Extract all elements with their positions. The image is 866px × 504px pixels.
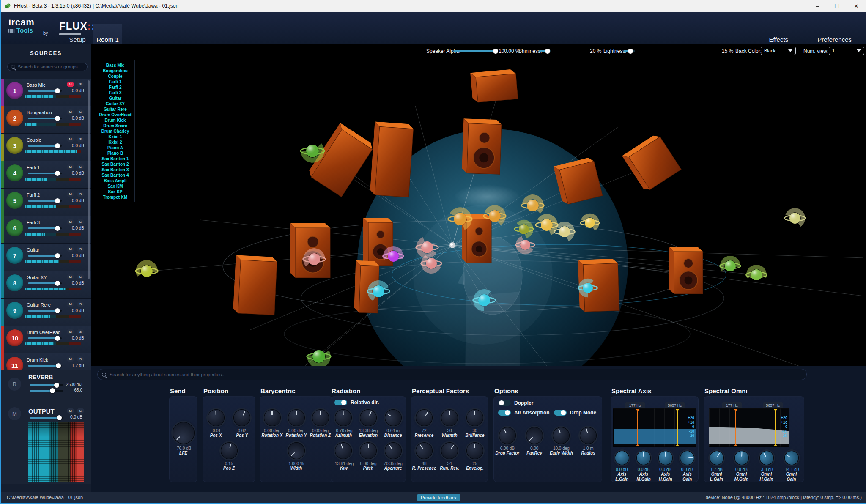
overlay-source-name[interactable]: Sax KM bbox=[96, 184, 134, 189]
options-knob[interactable]: 10.0 deg Early Width bbox=[549, 427, 573, 456]
overlay-source-name[interactable]: Drum OverHead bbox=[96, 112, 134, 118]
gain-slider[interactable] bbox=[28, 90, 62, 92]
overlay-source-name[interactable]: Bass Mic bbox=[96, 63, 134, 68]
options-knob[interactable]: 0.00 PanRev bbox=[523, 427, 546, 456]
overlay-source-name[interactable]: Guitar bbox=[96, 96, 134, 101]
spectral-axis-graph[interactable]: +20+100-10-20 bbox=[613, 408, 696, 447]
overlay-source-name[interactable]: Trompet KM bbox=[96, 194, 134, 200]
solo-button[interactable]: S bbox=[77, 356, 84, 362]
solo-button[interactable]: S bbox=[77, 274, 84, 279]
options-knob[interactable]: 1.0 m Radius bbox=[576, 427, 600, 456]
overlay-source-name[interactable]: Kxixi 1 bbox=[96, 134, 134, 140]
provide-feedback-button[interactable]: Provide feedback bbox=[417, 494, 460, 501]
sources-search[interactable] bbox=[7, 63, 88, 71]
gain-slider[interactable] bbox=[28, 145, 62, 147]
mute-button[interactable]: M bbox=[67, 137, 74, 142]
gain-slider[interactable] bbox=[28, 227, 62, 229]
perceptual-knob[interactable]: 72 Presence bbox=[412, 409, 436, 438]
omni-high-freq-marker[interactable] bbox=[775, 411, 776, 445]
option-toggle[interactable]: Doppler bbox=[498, 400, 553, 406]
spectral-axis-knob[interactable]: 0.0 dB Axis H.Gain bbox=[655, 451, 676, 482]
radiation-knob[interactable]: 0.64 m Distance bbox=[381, 409, 405, 438]
overlay-source-name[interactable]: Farfi 3 bbox=[96, 90, 134, 96]
options-knob[interactable]: 6.00 dB Drop Factor bbox=[496, 427, 519, 456]
perceptual-knob[interactable]: 25 Envelop. bbox=[463, 442, 487, 471]
overlay-source-name[interactable]: Sax Bariton 4 bbox=[96, 173, 134, 178]
gain-slider[interactable] bbox=[28, 365, 62, 367]
sidebar-scrollbar[interactable] bbox=[88, 80, 90, 279]
radiation-knob[interactable]: 0.00 deg Pitch bbox=[356, 442, 380, 471]
source-row[interactable]: 4 Farfi 1 M S 0.0 dB bbox=[1, 161, 91, 188]
mute-button[interactable]: M bbox=[67, 247, 74, 252]
solo-button[interactable]: S bbox=[77, 137, 84, 142]
properties-search-input[interactable] bbox=[110, 372, 802, 377]
source-row[interactable]: 8 Guitar XY M S 0.0 dB bbox=[1, 271, 91, 298]
axis-low-freq-marker[interactable] bbox=[637, 411, 638, 445]
mute-button[interactable]: M bbox=[67, 219, 74, 225]
gain-slider-thumb[interactable] bbox=[55, 281, 60, 286]
spectral-omni-knob[interactable]: -3.8 dB Omni H.Gain bbox=[756, 451, 777, 482]
gain-slider-thumb[interactable] bbox=[55, 171, 60, 176]
overlay-source-name[interactable]: Sax SP bbox=[96, 189, 134, 194]
source-row[interactable]: 7 Guitar M S 0.0 dB bbox=[1, 244, 91, 271]
solo-button[interactable]: S bbox=[77, 247, 84, 252]
mute-button[interactable]: M bbox=[67, 356, 74, 362]
reverb-size-slider[interactable] bbox=[30, 384, 63, 386]
gain-slider[interactable] bbox=[28, 255, 62, 257]
speaker-alpha-slider[interactable] bbox=[453, 50, 496, 52]
solo-button[interactable]: S bbox=[77, 329, 84, 334]
axis-high-freq-marker[interactable] bbox=[677, 411, 678, 445]
gain-slider-thumb[interactable] bbox=[55, 308, 60, 313]
source-row[interactable]: 3 Couple M S 0.0 dB bbox=[1, 134, 91, 161]
position-knob[interactable]: 0.15 Pos Z bbox=[217, 442, 241, 471]
mute-button[interactable]: M bbox=[67, 82, 74, 87]
solo-button[interactable]: S bbox=[77, 109, 84, 115]
solo-button[interactable]: S bbox=[77, 192, 84, 197]
gain-slider-thumb[interactable] bbox=[55, 88, 60, 93]
spectral-omni-knob[interactable]: 1.7 dB Omni L.Gain bbox=[706, 451, 727, 482]
maximize-button[interactable]: ☐ bbox=[827, 0, 847, 12]
output-mute-button[interactable]: M bbox=[67, 408, 74, 414]
source-row[interactable]: 5 Farfi 2 M S 0.0 dB bbox=[1, 189, 91, 216]
option-toggle[interactable]: Air Absorption bbox=[498, 410, 550, 416]
barycentric-knob[interactable]: 0.00 deg Rotation X bbox=[260, 409, 284, 438]
sources-search-input[interactable] bbox=[18, 64, 84, 69]
barycentric-knob[interactable]: 0.00 deg Rotation Y bbox=[285, 409, 308, 438]
overlay-source-name[interactable]: Drum Charley bbox=[96, 129, 134, 134]
mute-button[interactable]: M bbox=[67, 109, 74, 115]
mute-button[interactable]: M bbox=[67, 274, 74, 279]
overlay-source-name[interactable]: Guitar XY bbox=[96, 101, 134, 107]
gain-slider[interactable] bbox=[28, 118, 62, 119]
position-knob[interactable]: 0.62 Pos Y bbox=[230, 409, 254, 438]
overlay-source-name[interactable]: Piano B bbox=[96, 151, 134, 156]
gain-slider-thumb[interactable] bbox=[56, 363, 61, 368]
overlay-source-name[interactable]: Couple bbox=[96, 74, 134, 79]
gain-slider-thumb[interactable] bbox=[55, 253, 60, 258]
perceptual-knob[interactable]: 30 Brilliance bbox=[463, 409, 487, 438]
overlay-source-name[interactable]: Kxixi 2 bbox=[96, 140, 134, 145]
solo-button[interactable]: S bbox=[77, 219, 84, 225]
radiation-knob[interactable]: 13.38 deg Elevation bbox=[356, 409, 380, 438]
overlay-source-name[interactable]: Guitar Rere bbox=[96, 107, 134, 112]
room-3d-viewport[interactable]: Bass MicBougarabouCoupleFarfi 1Farfi 2Fa… bbox=[91, 44, 866, 366]
solo-button[interactable]: S bbox=[77, 164, 84, 170]
overlay-source-name[interactable]: Farfi 1 bbox=[96, 79, 134, 85]
reverb-badge[interactable]: R bbox=[8, 378, 21, 391]
output-badge[interactable]: M bbox=[8, 407, 21, 420]
source-row[interactable]: 2 Bouqarabou M S 0.0 dB bbox=[1, 106, 91, 133]
back-color-dropdown[interactable]: Black bbox=[761, 47, 796, 55]
overlay-source-name[interactable]: Piano A bbox=[96, 145, 134, 151]
overlay-source-name[interactable]: Bass Ampli bbox=[96, 178, 134, 184]
overlay-source-name[interactable]: Drum Snare bbox=[96, 123, 134, 129]
source-row[interactable]: 9 Guitar Rere M S 0.0 dB bbox=[1, 299, 91, 326]
mute-button[interactable]: M bbox=[67, 192, 74, 197]
source-row[interactable]: 11 Drum Kick M S 1.2 dB bbox=[1, 353, 91, 370]
barycentric-knob[interactable]: 1.000 % Width bbox=[285, 442, 308, 471]
gain-slider[interactable] bbox=[28, 282, 62, 284]
spectral-axis-knob[interactable]: 0.0 dB Axis M.Gain bbox=[633, 451, 654, 482]
mute-button[interactable]: M bbox=[67, 301, 74, 307]
overlay-source-name[interactable]: Sax Bariton 3 bbox=[96, 167, 134, 173]
minimize-button[interactable]: – bbox=[808, 0, 827, 12]
spectral-axis-knob[interactable]: 0.0 dB Axis Gain bbox=[677, 451, 698, 482]
solo-button[interactable]: S bbox=[77, 82, 84, 87]
